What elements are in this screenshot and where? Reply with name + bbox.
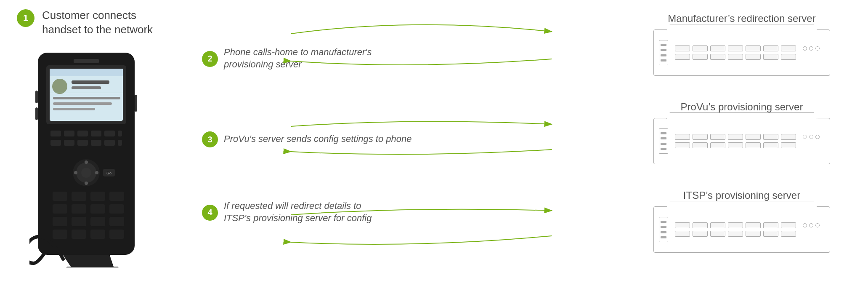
svg-rect-8	[53, 97, 120, 99]
svg-point-32	[74, 171, 77, 174]
phone-container: Go	[29, 48, 194, 269]
server2-row2	[675, 142, 823, 148]
server2-port	[659, 128, 668, 154]
svg-rect-36	[53, 192, 67, 201]
svg-rect-41	[72, 204, 86, 214]
svg-rect-12	[35, 91, 38, 103]
svg-rect-14	[135, 95, 137, 112]
svg-point-29	[81, 168, 91, 178]
svg-rect-51	[109, 230, 124, 239]
server3-unit	[653, 206, 830, 253]
svg-rect-21	[50, 140, 61, 146]
server1-row1	[675, 45, 823, 51]
svg-rect-42	[90, 204, 105, 214]
server1-block: Manufacturer’s redirection server	[632, 13, 851, 76]
server2-unit	[653, 118, 830, 164]
step4-item: 4 If requested will redirect details to …	[202, 200, 372, 224]
svg-rect-26	[118, 140, 122, 146]
svg-rect-20	[118, 131, 122, 136]
step3-badge: 3	[202, 131, 218, 147]
svg-rect-37	[72, 192, 86, 201]
server2-block: ProVu’s provisioning server	[632, 101, 851, 164]
server3-port	[659, 217, 668, 242]
step3-item: 3 ProVu's server sends config settings t…	[202, 131, 412, 147]
middle-section: 2 Phone calls-home to manufacturer's pro…	[194, 8, 632, 295]
svg-rect-17	[77, 131, 88, 136]
server2-row1	[675, 134, 823, 140]
server1-title: Manufacturer’s redirection server	[668, 13, 815, 24]
server2-title: ProVu’s provisioning server	[681, 101, 803, 113]
step4-badge: 4	[202, 205, 218, 221]
server1-unit	[653, 29, 830, 76]
svg-point-33	[95, 171, 98, 174]
svg-rect-39	[109, 192, 124, 201]
svg-rect-18	[91, 131, 101, 136]
server3-block: ITSP’s provisioning server	[632, 190, 851, 253]
svg-rect-46	[90, 217, 105, 226]
left-section: 1 Customer connects handset to the netwo…	[17, 8, 194, 269]
svg-rect-44	[53, 217, 67, 226]
svg-rect-24	[91, 140, 101, 146]
server3-title: ITSP’s provisioning server	[683, 190, 800, 201]
diagram-container: 1 Customer connects handset to the netwo…	[0, 0, 868, 302]
step2-badge: 2	[202, 51, 218, 67]
server1-row2	[675, 54, 823, 60]
server1-port	[659, 40, 668, 65]
svg-rect-43	[109, 204, 124, 214]
svg-rect-25	[104, 140, 115, 146]
svg-rect-13	[35, 107, 38, 120]
server3-row1	[675, 222, 823, 228]
svg-rect-10	[53, 108, 95, 110]
svg-rect-7	[72, 86, 101, 89]
svg-rect-15	[50, 131, 61, 136]
svg-text:Go: Go	[106, 171, 111, 175]
phone-image: Go	[29, 48, 143, 267]
svg-rect-50	[90, 230, 105, 239]
step2-label: Phone calls-home to manufacturer's provi…	[224, 46, 372, 70]
svg-point-4	[52, 79, 67, 94]
svg-rect-2	[50, 69, 123, 121]
svg-rect-9	[53, 102, 112, 105]
svg-rect-11	[74, 59, 99, 63]
svg-point-31	[85, 182, 88, 185]
svg-rect-19	[104, 131, 115, 136]
right-section: Manufacturer’s redirection server	[632, 8, 851, 253]
step1-divider	[42, 44, 185, 44]
server3-row2	[675, 231, 823, 237]
step4-label: If requested will redirect details to IT…	[224, 200, 372, 224]
step1-header: 1 Customer connects handset to the netwo…	[17, 8, 194, 37]
svg-rect-22	[64, 140, 74, 146]
svg-rect-47	[109, 217, 124, 226]
svg-rect-3	[50, 69, 123, 76]
svg-rect-49	[72, 230, 86, 239]
step1-text: Customer connects handset to the network	[42, 8, 153, 37]
svg-rect-48	[53, 230, 67, 239]
svg-rect-38	[90, 192, 105, 201]
svg-point-30	[85, 160, 88, 164]
svg-rect-5	[50, 93, 123, 93]
svg-rect-6	[72, 80, 109, 84]
svg-rect-16	[64, 131, 74, 136]
step1-badge: 1	[17, 9, 35, 27]
step2-item: 2 Phone calls-home to manufacturer's pro…	[202, 46, 372, 70]
svg-rect-45	[72, 217, 86, 226]
svg-rect-23	[77, 140, 88, 146]
svg-rect-40	[53, 204, 67, 214]
step3-label: ProVu's server sends config settings to …	[224, 133, 412, 145]
